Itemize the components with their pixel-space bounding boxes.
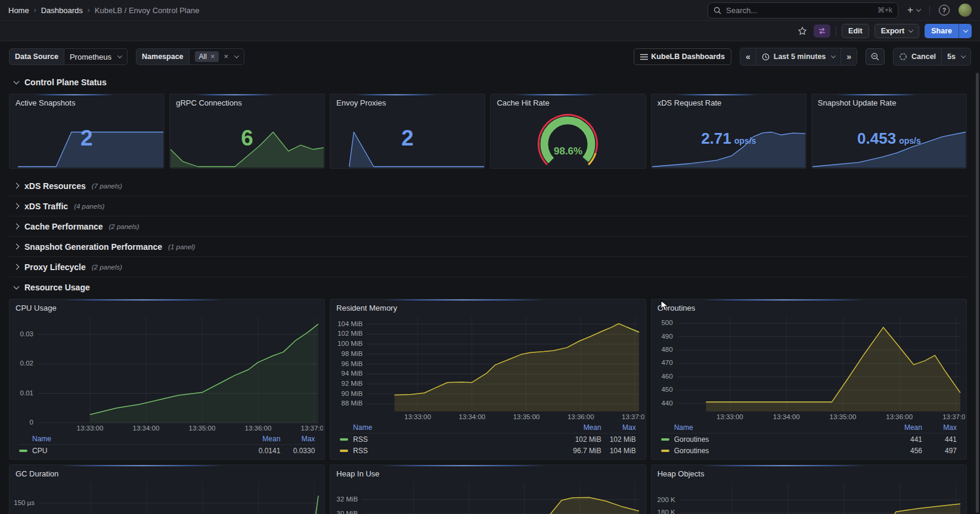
legend-series-toggle[interactable]: RSS (340, 435, 558, 444)
namespace-select[interactable]: All × × (190, 48, 245, 65)
time-range-button[interactable]: Last 5 minutes (756, 48, 841, 65)
x-axis-tick: 13:36:00 (567, 413, 594, 420)
chevron-down-icon (14, 283, 20, 289)
edit-button[interactable]: Edit (842, 24, 869, 38)
panel-cache-hit-rate: Cache Hit Rate 98.6% (490, 94, 646, 169)
refresh-interval-button[interactable]: 5s (941, 48, 970, 65)
add-button[interactable]: + (905, 5, 922, 16)
scrollbar[interactable] (976, 73, 979, 513)
legend-series-toggle[interactable]: Goroutines (661, 447, 879, 455)
zoom-out-button[interactable] (866, 48, 885, 65)
time-shift-back-button[interactable]: « (740, 48, 756, 65)
panel-title[interactable]: Snapshot Update Rate (812, 94, 966, 109)
time-shift-forward-button[interactable]: » (841, 48, 857, 65)
legend-header-max[interactable]: Max (601, 423, 636, 432)
resident-memory-chart[interactable]: 104 MiB102 MiB100 MiB98 MiB96 MiB94 MiB9… (331, 314, 644, 422)
gc-duration-chart[interactable]: 150 µs (11, 480, 323, 514)
share-dropdown-button[interactable] (959, 24, 972, 38)
panel-title[interactable]: gRPC Connections (170, 94, 324, 109)
breadcrumb-dashboards[interactable]: Dashboards (41, 6, 83, 15)
search-input[interactable]: Search... ⌘+k (708, 2, 898, 18)
heap-in-use-chart[interactable]: 32 MiB30 MiB28 MiB (331, 480, 644, 514)
help-button[interactable]: ? (937, 4, 951, 17)
panel-title[interactable]: Goroutines (652, 299, 966, 314)
panel-title[interactable]: Heap Objects (652, 465, 966, 480)
goroutines-chart[interactable]: 50049048047046045044013:33:0013:34:0013:… (653, 314, 965, 422)
panel-title[interactable]: xDS Request Rate (652, 94, 806, 109)
search-placeholder: Search... (726, 6, 873, 15)
legend-item: RSS 102 MiB 102 MiB (340, 434, 635, 445)
chevron-down-icon (117, 53, 122, 58)
row-header-control-plane-status[interactable]: Control Plane Status (9, 72, 967, 92)
dashboard-actions-bar: Edit Export Share (0, 21, 980, 41)
y-axis-tick: 104 MiB (331, 320, 362, 327)
legend-series-toggle[interactable]: RSS (340, 447, 558, 455)
chevron-right-icon (14, 224, 20, 230)
share-button[interactable]: Share (925, 24, 959, 38)
series-swatch (661, 438, 669, 441)
legend-header: Name Mean Max (340, 422, 635, 434)
cpu-usage-chart[interactable]: 0.030.020.01013:33:0013:34:0013:35:0013:… (11, 314, 323, 434)
row-header-xds-traffic[interactable]: xDS Traffic (4 panels) (9, 196, 967, 216)
panel-title[interactable]: CPU Usage (10, 299, 324, 314)
panel-title[interactable]: Heap In Use (330, 465, 645, 480)
legend-header: Name Mean Max (19, 434, 315, 445)
panel-title[interactable]: Resident Memory (330, 299, 645, 314)
chevron-down-icon (916, 7, 921, 11)
panel-title[interactable]: Envoy Proxies (330, 94, 485, 109)
y-axis-tick: 92 MiB (331, 380, 362, 387)
breadcrumb-home[interactable]: Home (8, 6, 29, 15)
row-header-cache-performance[interactable]: Cache Performance (2 panels) (9, 216, 967, 237)
row-header-proxy-lifecycle[interactable]: Proxy Lifecycle (2 panels) (9, 257, 967, 277)
legend-header-mean[interactable]: Mean (559, 423, 601, 432)
y-axis-tick: 100 MiB (331, 340, 362, 347)
datasource-value: Prometheus (70, 52, 111, 61)
y-axis-tick: 460 (653, 373, 673, 380)
chevron-down-icon (961, 53, 966, 58)
x-axis-tick: 13:33:00 (404, 413, 431, 420)
x-axis-tick: 13:37:00 (942, 413, 965, 420)
chip-remove-icon[interactable]: × (210, 54, 215, 60)
legend-header-max[interactable]: Max (280, 435, 315, 443)
plus-icon: + (907, 6, 913, 14)
export-button[interactable]: Export (874, 24, 920, 38)
panel-title[interactable]: Active Snapshots (10, 94, 164, 109)
panel-heap-in-use: Heap In Use 32 MiB30 MiB28 MiB (330, 465, 646, 514)
chevron-right-icon (14, 244, 20, 250)
row-header-resource-usage[interactable]: Resource Usage (9, 277, 967, 297)
panel-title[interactable]: GC Duration (10, 465, 324, 480)
zoom-out-icon (871, 52, 879, 61)
heap-objects-chart[interactable]: 200 K180 K160 K (653, 480, 965, 514)
legend-series-toggle[interactable]: Goroutines (661, 435, 879, 444)
legend-max-value: 102 MiB (601, 435, 636, 444)
help-icon: ? (939, 5, 950, 16)
panels-toggle-button[interactable] (814, 24, 830, 38)
clear-selection-icon[interactable]: × (224, 54, 228, 60)
legend-header-mean[interactable]: Mean (879, 423, 922, 432)
kubelb-dashboards-button[interactable]: KubeLB Dashboards (634, 48, 731, 65)
legend-header-max[interactable]: Max (922, 423, 957, 432)
y-axis-tick: 32 MiB (331, 496, 358, 503)
legend-series-toggle[interactable]: CPU (19, 447, 237, 455)
row-title: xDS Traffic (24, 202, 68, 211)
stat-value: 6 (170, 126, 324, 151)
x-axis-tick: 13:37:00 (301, 425, 324, 432)
panel-title[interactable]: Cache Hit Rate (491, 94, 645, 109)
favorite-star-button[interactable] (796, 25, 808, 37)
time-range-picker: « Last 5 minutes » (740, 48, 857, 66)
collapsed-rows: xDS Resources (7 panels) xDS Traffic (4 … (9, 176, 967, 277)
row-panel-count: (2 panels) (109, 223, 139, 230)
avatar[interactable] (959, 4, 972, 17)
datasource-select[interactable]: Prometheus (64, 48, 128, 65)
legend: Name Mean Max CPU 0.0141 0.0330 (10, 434, 324, 459)
namespace-chip[interactable]: All × (195, 51, 219, 62)
row-panel-count: (7 panels) (92, 182, 122, 190)
y-axis-tick: 0.01 (11, 389, 33, 397)
x-axis-tick: 13:35:00 (513, 413, 540, 420)
legend-item: CPU 0.0141 0.0330 (19, 445, 315, 456)
refresh-cancel-button[interactable]: Cancel (894, 48, 941, 65)
row-header-xds-resources[interactable]: xDS Resources (7 panels) (9, 176, 967, 196)
y-axis-tick: 200 K (653, 496, 675, 503)
row-header-snapshot-generation-performance[interactable]: Snapshot Generation Performance (1 panel… (9, 237, 967, 257)
legend-header-mean[interactable]: Mean (237, 435, 280, 443)
